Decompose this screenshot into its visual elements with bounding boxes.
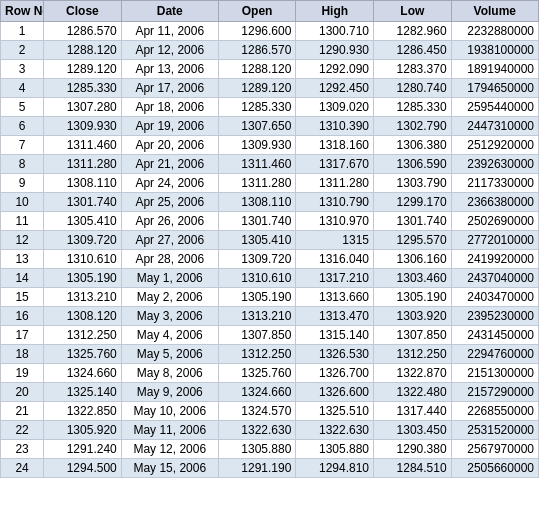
table-cell: 1290.380 xyxy=(374,440,452,459)
table-cell: 2294760000 xyxy=(451,345,538,364)
table-cell: 1310.790 xyxy=(296,193,374,212)
table-cell: 1296.600 xyxy=(218,22,296,41)
table-cell: 1311.460 xyxy=(218,155,296,174)
table-cell: May 10, 2006 xyxy=(121,402,218,421)
table-cell: 1322.630 xyxy=(218,421,296,440)
table-cell: May 1, 2006 xyxy=(121,269,218,288)
table-cell: Apr 28, 2006 xyxy=(121,250,218,269)
table-cell: 17 xyxy=(1,326,44,345)
table-cell: 2437040000 xyxy=(451,269,538,288)
table-cell: 2502690000 xyxy=(451,212,538,231)
table-cell: 22 xyxy=(1,421,44,440)
table-cell: 1305.880 xyxy=(296,440,374,459)
table-cell: Apr 21, 2006 xyxy=(121,155,218,174)
table-cell: 1322.630 xyxy=(296,421,374,440)
table-cell: 2392630000 xyxy=(451,155,538,174)
table-cell: 13 xyxy=(1,250,44,269)
table-cell: 1307.650 xyxy=(218,117,296,136)
table-cell: 2151300000 xyxy=(451,364,538,383)
table-cell: 1291.190 xyxy=(218,459,296,478)
table-cell: 1317.210 xyxy=(296,269,374,288)
table-row: 41285.330Apr 17, 20061289.1201292.450128… xyxy=(1,79,539,98)
table-cell: 1311.460 xyxy=(44,136,122,155)
table-cell: May 3, 2006 xyxy=(121,307,218,326)
table-cell: 1308.110 xyxy=(44,174,122,193)
table-cell: 19 xyxy=(1,364,44,383)
table-cell: 1315.140 xyxy=(296,326,374,345)
table-cell: 1286.570 xyxy=(44,22,122,41)
table-cell: 1295.570 xyxy=(374,231,452,250)
table-cell: 1311.280 xyxy=(218,174,296,193)
table-cell: 3 xyxy=(1,60,44,79)
table-cell: Apr 13, 2006 xyxy=(121,60,218,79)
table-cell: 2431450000 xyxy=(451,326,538,345)
table-cell: 1289.120 xyxy=(44,60,122,79)
table-cell: 1322.870 xyxy=(374,364,452,383)
table-cell: 2117330000 xyxy=(451,174,538,193)
table-cell: 1305.410 xyxy=(218,231,296,250)
table-cell: 1286.570 xyxy=(218,41,296,60)
table-cell: 1306.590 xyxy=(374,155,452,174)
data-table: Row No.CloseDateOpenHighLowVolume 11286.… xyxy=(0,0,539,478)
table-cell: 1285.330 xyxy=(374,98,452,117)
table-cell: 2419920000 xyxy=(451,250,538,269)
table-cell: 1290.930 xyxy=(296,41,374,60)
table-cell: May 11, 2006 xyxy=(121,421,218,440)
table-cell: Apr 27, 2006 xyxy=(121,231,218,250)
table-cell: 2403470000 xyxy=(451,288,538,307)
table-cell: 1326.530 xyxy=(296,345,374,364)
table-cell: 1283.370 xyxy=(374,60,452,79)
table-row: 151313.210May 2, 20061305.1901313.660130… xyxy=(1,288,539,307)
table-cell: 1307.850 xyxy=(218,326,296,345)
table-cell: 1302.790 xyxy=(374,117,452,136)
table-cell: 2567970000 xyxy=(451,440,538,459)
table-row: 71311.460Apr 20, 20061309.9301318.160130… xyxy=(1,136,539,155)
table-cell: 1312.250 xyxy=(374,345,452,364)
table-row: 201325.140May 9, 20061324.6601326.600132… xyxy=(1,383,539,402)
table-cell: Apr 25, 2006 xyxy=(121,193,218,212)
table-cell: 1299.170 xyxy=(374,193,452,212)
table-cell: 1310.610 xyxy=(44,250,122,269)
table-cell: 1315 xyxy=(296,231,374,250)
table-cell: 1794650000 xyxy=(451,79,538,98)
table-cell: 1305.410 xyxy=(44,212,122,231)
table-cell: 2 xyxy=(1,41,44,60)
table-cell: 1316.040 xyxy=(296,250,374,269)
table-cell: 1318.160 xyxy=(296,136,374,155)
table-row: 191324.660May 8, 20061325.7601326.700132… xyxy=(1,364,539,383)
table-cell: 1310.390 xyxy=(296,117,374,136)
table-cell: 2395230000 xyxy=(451,307,538,326)
table-cell: 23 xyxy=(1,440,44,459)
table-cell: 1325.140 xyxy=(44,383,122,402)
table-cell: 20 xyxy=(1,383,44,402)
column-header-row-no-: Row No. xyxy=(1,1,44,22)
table-row: 131310.610Apr 28, 20061309.7201316.04013… xyxy=(1,250,539,269)
table-cell: 1305.880 xyxy=(218,440,296,459)
table-cell: 1313.210 xyxy=(218,307,296,326)
table-cell: 1308.120 xyxy=(44,307,122,326)
table-cell: 1301.740 xyxy=(218,212,296,231)
table-cell: 12 xyxy=(1,231,44,250)
table-cell: 1305.190 xyxy=(44,269,122,288)
table-cell: 1306.380 xyxy=(374,136,452,155)
table-cell: 21 xyxy=(1,402,44,421)
table-cell: 1317.440 xyxy=(374,402,452,421)
table-cell: 1309.720 xyxy=(218,250,296,269)
table-cell: 1288.120 xyxy=(218,60,296,79)
table-cell: 1301.740 xyxy=(374,212,452,231)
table-cell: Apr 11, 2006 xyxy=(121,22,218,41)
table-cell: 1285.330 xyxy=(218,98,296,117)
table-cell: Apr 26, 2006 xyxy=(121,212,218,231)
table-cell: May 5, 2006 xyxy=(121,345,218,364)
table-cell: 1305.190 xyxy=(374,288,452,307)
table-cell: Apr 20, 2006 xyxy=(121,136,218,155)
table-cell: 1292.450 xyxy=(296,79,374,98)
table-row: 61309.930Apr 19, 20061307.6501310.390130… xyxy=(1,117,539,136)
table-cell: 1324.570 xyxy=(218,402,296,421)
table-cell: 1309.930 xyxy=(44,117,122,136)
table-cell: 1307.280 xyxy=(44,98,122,117)
table-cell: 1286.450 xyxy=(374,41,452,60)
table-cell: 1322.480 xyxy=(374,383,452,402)
table-cell: May 15, 2006 xyxy=(121,459,218,478)
table-row: 81311.280Apr 21, 20061311.4601317.670130… xyxy=(1,155,539,174)
